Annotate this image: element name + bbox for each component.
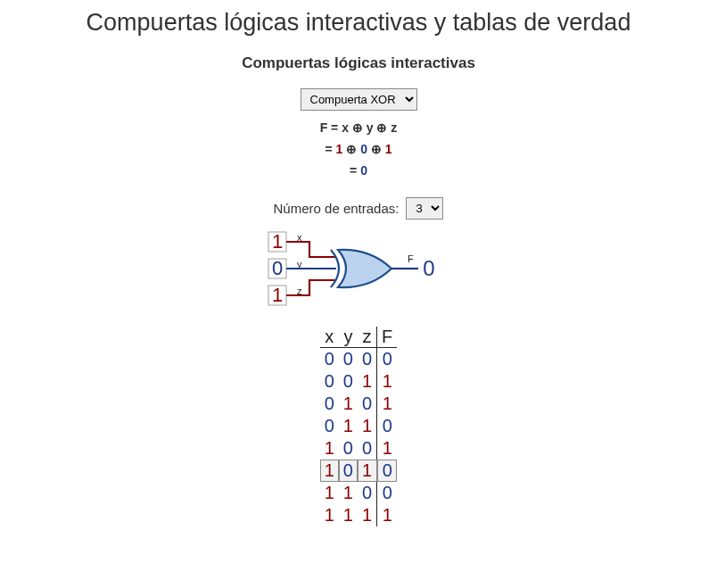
th-F: F [377,327,398,348]
truth-header-row: x y z F [320,327,398,348]
output-value: 0 [423,256,434,280]
truth-row[interactable]: 1111 [320,504,398,526]
inputs-count-label: Número de entradas: [274,201,400,216]
cell-x: 1 [320,504,339,526]
cell-x: 1 [320,437,339,460]
input-y[interactable]: 0 [268,257,286,279]
xor-gate-icon [331,250,391,287]
cell-y: 0 [339,460,358,482]
section-title: Compuertas lógicas interactivas [18,54,699,72]
cell-x: 0 [320,370,339,393]
cell-x: 0 [320,415,339,437]
cell-F: 1 [377,393,398,415]
truth-row[interactable]: 0110 [320,415,398,437]
cell-F: 0 [377,482,398,504]
truth-row[interactable]: 1001 [320,437,398,460]
svg-text:1: 1 [272,284,283,306]
cell-F: 0 [377,415,398,437]
cell-F: 0 [377,460,398,482]
cell-z: 0 [358,348,377,371]
page-title: Compuertas lógicas interactivas y tablas… [18,9,699,37]
cell-z: 0 [358,482,377,504]
cell-y: 1 [339,415,358,437]
input-x[interactable]: 1 [268,230,286,253]
truth-row[interactable]: 0101 [320,393,398,415]
cell-F: 1 [377,370,398,393]
inputs-count-select[interactable]: 3 [406,197,443,219]
cell-y: 0 [339,437,358,460]
th-z: z [358,327,377,348]
label-F: F [408,253,414,264]
formula-block: F = x ⊕ y ⊕ z = 1 ⊕ 0 ⊕ 1 = 0 [18,118,699,181]
cell-z: 0 [358,437,377,460]
cell-z: 1 [358,460,377,482]
cell-y: 0 [339,348,358,371]
cell-y: 0 [339,370,358,393]
cell-F: 0 [377,348,398,371]
input-z[interactable]: 1 [268,284,286,306]
cell-x: 1 [320,482,339,504]
th-x: x [320,327,339,348]
cell-F: 1 [377,437,398,460]
truth-table: x y z F 00000011010101101001101011001111 [320,327,398,526]
formula-line2-prefix: = [325,142,335,156]
th-y: y [339,327,358,348]
formula-op1: ⊕ [342,142,360,156]
formula-v2: 0 [360,142,367,156]
cell-y: 1 [339,504,358,526]
formula-line1-expr: x ⊕ y ⊕ z [342,120,397,135]
formula-result: 0 [360,163,367,178]
truth-row[interactable]: 1010 [320,460,398,482]
formula-line3-prefix: = [350,163,360,178]
cell-z: 1 [358,504,377,526]
cell-y: 1 [339,393,358,415]
cell-x: 0 [320,348,339,371]
cell-z: 1 [358,415,377,437]
cell-z: 0 [358,393,377,415]
cell-x: 0 [320,393,339,415]
wire-x [286,242,336,257]
cell-y: 1 [339,482,358,504]
gate-select[interactable]: Compuerta XOR [301,88,417,111]
formula-v3: 1 [385,142,392,156]
svg-text:0: 0 [272,257,283,279]
cell-z: 1 [358,370,377,393]
formula-op2: ⊕ [367,142,385,156]
truth-row[interactable]: 1100 [320,482,398,504]
cell-x: 1 [320,460,339,482]
truth-row[interactable]: 0000 [320,348,398,371]
svg-text:1: 1 [272,230,283,253]
xor-gate-diagram: 1 0 1 x y z F 0 [265,230,452,311]
cell-F: 1 [377,504,398,526]
truth-row[interactable]: 0011 [320,370,398,393]
formula-line1-prefix: F = [320,120,342,135]
wire-z [286,280,336,295]
